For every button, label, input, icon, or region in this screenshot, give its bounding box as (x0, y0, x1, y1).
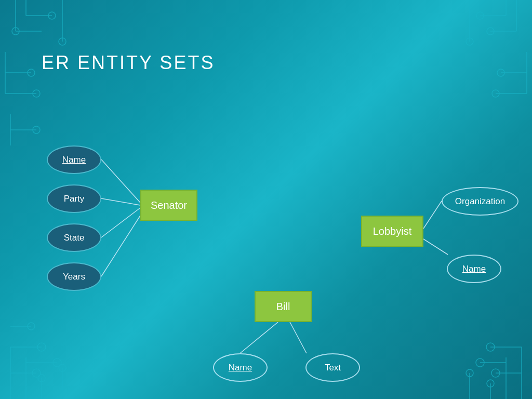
senator-name-attr: Name (47, 145, 101, 174)
svg-line-58 (101, 216, 140, 276)
svg-point-38 (38, 375, 45, 382)
lobbyist-org-attr: Organization (442, 187, 518, 216)
svg-point-13 (33, 126, 40, 134)
slide-title: ER ENTITY SETS (42, 52, 215, 74)
circuit-tr-decoration (438, 0, 532, 145)
senator-party-attr: Party (47, 184, 101, 213)
svg-point-2 (12, 28, 19, 35)
svg-line-55 (101, 159, 140, 203)
svg-line-60 (423, 239, 448, 255)
svg-point-24 (497, 69, 504, 76)
svg-point-54 (466, 369, 473, 377)
svg-point-42 (28, 323, 35, 330)
svg-point-40 (59, 364, 66, 371)
svg-line-61 (240, 322, 278, 353)
svg-point-8 (28, 69, 35, 76)
svg-line-56 (101, 198, 140, 205)
bill-text-attr: Text (305, 353, 360, 382)
svg-point-5 (48, 12, 56, 19)
svg-point-31 (32, 369, 41, 377)
senator-state-attr: State (47, 223, 101, 252)
svg-point-28 (466, 38, 473, 45)
svg-line-57 (101, 208, 140, 237)
slide: ER ENTITY SETS Senator Lobbyist Bill (0, 0, 532, 399)
svg-point-36 (53, 358, 61, 367)
svg-point-21 (476, 12, 484, 19)
svg-point-52 (487, 380, 494, 387)
svg-point-33 (37, 343, 46, 351)
svg-point-45 (491, 369, 500, 377)
svg-point-10 (33, 90, 40, 97)
bill-name-attr: Name (213, 353, 268, 382)
lobbyist-entity: Lobbyist (361, 216, 423, 247)
senator-entity: Senator (140, 190, 197, 221)
senator-years-attr: Years (47, 262, 101, 291)
lobbyist-name-attr: Name (447, 255, 501, 283)
svg-point-15 (59, 38, 66, 45)
svg-point-26 (492, 90, 499, 97)
svg-line-59 (423, 201, 442, 229)
svg-line-62 (290, 322, 307, 353)
svg-point-47 (486, 343, 495, 351)
svg-point-50 (476, 358, 484, 367)
bill-entity: Bill (255, 291, 312, 322)
svg-point-18 (487, 28, 494, 35)
